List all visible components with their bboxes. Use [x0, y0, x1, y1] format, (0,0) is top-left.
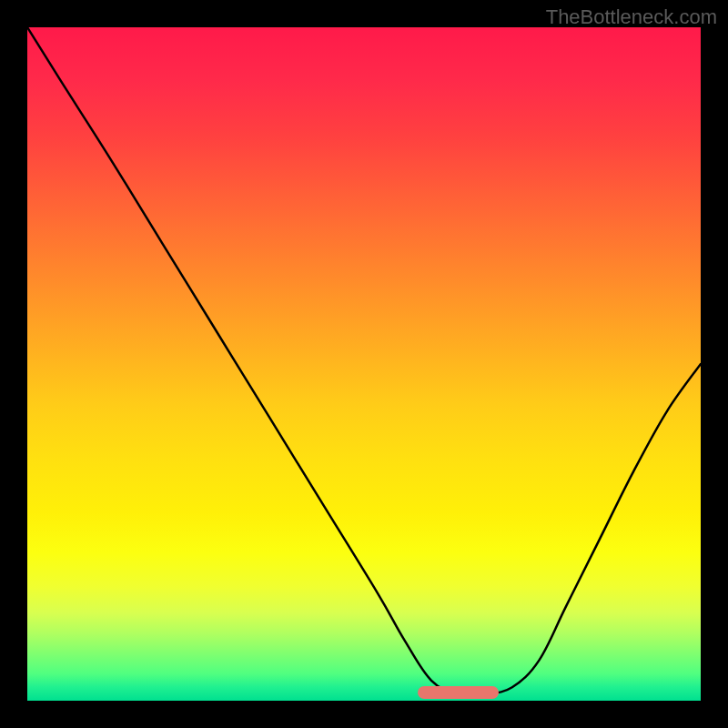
optimal-range-highlight — [418, 686, 499, 699]
watermark-text: TheBottleneck.com — [546, 5, 717, 29]
bottleneck-curve — [27, 27, 701, 701]
chart-plot-area — [27, 27, 701, 701]
